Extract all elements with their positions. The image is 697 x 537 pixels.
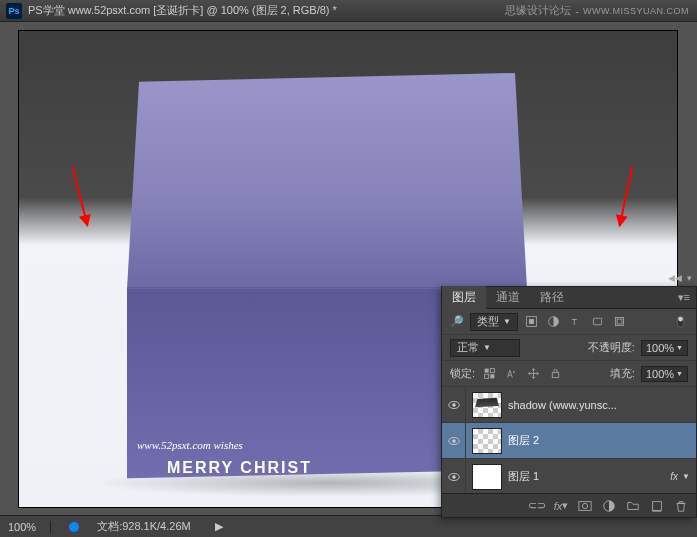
filter-shape-icon[interactable]: [590, 314, 606, 330]
opacity-input[interactable]: 100%▼: [641, 340, 688, 356]
layer-row[interactable]: 图层 1 fx ▼: [442, 459, 696, 495]
tab-paths[interactable]: 路径: [530, 286, 574, 309]
layer-style-icon[interactable]: fx▾: [554, 499, 568, 513]
layer-thumbnail[interactable]: [472, 392, 502, 418]
tab-layers[interactable]: 图层: [442, 286, 486, 309]
layer-name[interactable]: shadow (www.yunsc...: [508, 399, 690, 411]
layer-name[interactable]: 图层 2: [508, 433, 690, 448]
svg-rect-9: [484, 369, 488, 373]
visibility-toggle[interactable]: [442, 459, 466, 494]
chevron-down-icon: ▼: [483, 343, 491, 352]
chevron-down-icon: ▼: [676, 344, 683, 351]
panel-menu-icon[interactable]: ▾≡: [672, 291, 696, 304]
lock-position-icon[interactable]: [525, 366, 541, 382]
close-panel-icon[interactable]: ▾: [684, 273, 694, 283]
svg-rect-12: [484, 374, 488, 378]
layer-row[interactable]: shadow (www.yunsc...: [442, 387, 696, 423]
layer-mask-icon[interactable]: [578, 499, 592, 513]
doc-size-label: 文档:928.1K/4.26M: [97, 519, 191, 534]
svg-point-18: [452, 439, 456, 443]
svg-point-22: [582, 503, 587, 508]
status-bar: 100% 文档:928.1K/4.26M ▶: [0, 515, 697, 537]
filter-adjustment-icon[interactable]: [546, 314, 562, 330]
chevron-down-icon: ▼: [676, 370, 683, 377]
panel-controls: ◀◀ ▾: [670, 273, 694, 283]
zoom-level[interactable]: 100%: [8, 521, 51, 533]
filter-smartobject-icon[interactable]: [612, 314, 628, 330]
status-indicator-icon: [69, 522, 79, 532]
svg-text:T: T: [572, 317, 578, 327]
filter-row: 🔎 类型▼ T: [442, 309, 696, 335]
svg-rect-4: [594, 318, 602, 325]
opacity-label: 不透明度:: [588, 340, 635, 355]
new-layer-icon[interactable]: [650, 499, 664, 513]
panel-tabs: 图层 通道 路径 ▾≡: [442, 287, 696, 309]
adjustment-layer-icon[interactable]: [602, 499, 616, 513]
svg-point-16: [452, 403, 456, 407]
layers-panel: ◀◀ ▾ 图层 通道 路径 ▾≡ 🔎 类型▼ T 正常▼ 不透明度: 100%▼…: [441, 286, 697, 518]
lock-transparency-icon[interactable]: [481, 366, 497, 382]
link-layers-icon[interactable]: ⊂⊃: [530, 499, 544, 513]
filter-kind-dropdown[interactable]: 类型▼: [470, 313, 518, 331]
annotation-arrow-left: [72, 167, 88, 226]
svg-rect-1: [529, 319, 534, 324]
photoshop-logo-icon: Ps: [6, 3, 22, 19]
delete-layer-icon[interactable]: [674, 499, 688, 513]
svg-rect-14: [552, 373, 559, 378]
lock-row: 锁定: 填充: 100%▼: [442, 361, 696, 387]
svg-point-20: [452, 475, 456, 479]
svg-rect-10: [490, 374, 494, 378]
collapse-icon[interactable]: ◀◀: [670, 273, 680, 283]
filter-type-icon[interactable]: T: [568, 314, 584, 330]
fill-input[interactable]: 100%▼: [641, 366, 688, 382]
filter-toggle-switch[interactable]: [672, 314, 688, 330]
lock-all-icon[interactable]: [547, 366, 563, 382]
blend-row: 正常▼ 不透明度: 100%▼: [442, 335, 696, 361]
layer-row[interactable]: 图层 2: [442, 423, 696, 459]
blend-mode-dropdown[interactable]: 正常▼: [450, 339, 520, 357]
fill-label: 填充:: [610, 366, 635, 381]
panel-footer: ⊂⊃ fx▾: [442, 493, 696, 517]
chevron-right-icon[interactable]: ▶: [215, 520, 223, 533]
svg-rect-6: [617, 319, 622, 324]
layer-name[interactable]: 图层 1: [508, 469, 670, 484]
svg-rect-11: [490, 369, 494, 373]
lock-label: 锁定:: [450, 366, 475, 381]
layers-list: shadow (www.yunsc... 图层 2 图层 1 fx ▼: [442, 387, 696, 497]
annotation-arrow-right: [619, 166, 633, 225]
visibility-toggle[interactable]: [442, 387, 466, 422]
search-icon[interactable]: 🔎: [450, 315, 464, 328]
chevron-down-icon: ▼: [503, 317, 511, 326]
filter-pixel-icon[interactable]: [524, 314, 540, 330]
card-merry-text: MERRY CHRIST: [167, 459, 312, 477]
svg-point-13: [513, 371, 515, 373]
fx-badge[interactable]: fx: [670, 471, 678, 482]
svg-point-8: [678, 317, 683, 322]
document-title: PS学堂 www.52psxt.com [圣诞折卡] @ 100% (图层 2,…: [28, 3, 337, 18]
svg-rect-24: [653, 501, 662, 510]
watermark: 思缘设计论坛 - WWW.MISSYUAN.COM: [505, 3, 689, 18]
visibility-toggle[interactable]: [442, 423, 466, 458]
lock-image-icon[interactable]: [503, 366, 519, 382]
layer-thumbnail[interactable]: [472, 464, 502, 490]
tab-channels[interactable]: 通道: [486, 286, 530, 309]
layer-thumbnail[interactable]: [472, 428, 502, 454]
chevron-down-icon[interactable]: ▼: [682, 472, 690, 481]
card-top-panel: [127, 73, 527, 289]
card-wishes-text: www.52psxt.com wishes: [137, 439, 243, 451]
group-icon[interactable]: [626, 499, 640, 513]
